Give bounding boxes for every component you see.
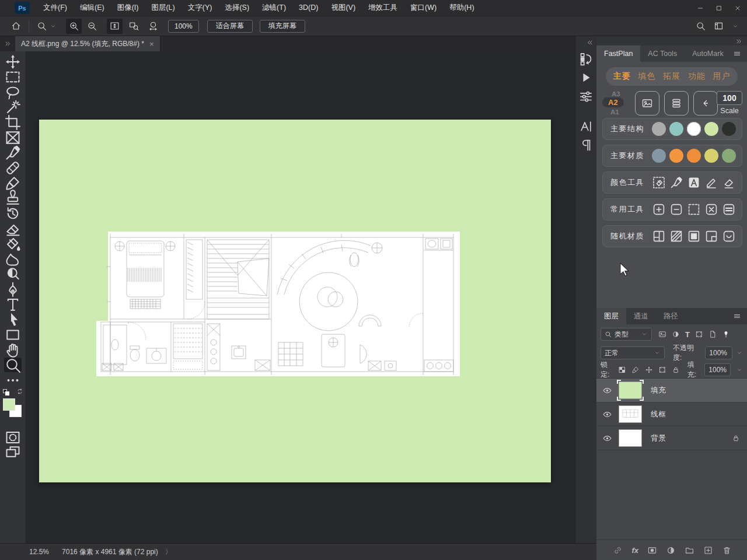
- paragraph-panel-icon[interactable]: [578, 138, 594, 153]
- opacity-chevron-icon[interactable]: [736, 349, 743, 356]
- link-layers-icon[interactable]: [613, 545, 623, 555]
- screen-mode-icon[interactable]: [4, 445, 22, 460]
- color-swatch-1[interactable]: [652, 149, 666, 163]
- color-swatch-5[interactable]: [722, 122, 736, 136]
- scale-value-input[interactable]: 100: [717, 91, 742, 105]
- workspace-chevron-icon[interactable]: [732, 23, 739, 30]
- lock-position-icon[interactable]: [645, 366, 653, 374]
- more-tools[interactable]: [4, 373, 22, 387]
- new-layer-icon[interactable]: [703, 545, 713, 555]
- back-button[interactable]: [693, 91, 718, 116]
- status-chevron[interactable]: 〉: [165, 547, 172, 557]
- color-swatch-2[interactable]: [669, 122, 683, 136]
- delete-layer-icon[interactable]: [722, 545, 732, 555]
- layer-name[interactable]: 背景: [651, 433, 666, 443]
- document-close-icon[interactable]: ×: [149, 40, 154, 48]
- split-box-icon[interactable]: [652, 229, 666, 243]
- fastplan-tab-ac-tools[interactable]: AC Tools: [640, 46, 685, 62]
- zoom-in-toggle[interactable]: [66, 19, 82, 34]
- marquee-tool[interactable]: [4, 69, 22, 84]
- layer-row-背景[interactable]: 背景: [596, 426, 747, 450]
- color-swatch-3[interactable]: [687, 122, 701, 136]
- filter-type-layers-icon[interactable]: T: [685, 330, 690, 339]
- fill-screen-button[interactable]: 填充屏幕: [260, 20, 305, 33]
- paper-size-a2-selected[interactable]: A2: [602, 97, 624, 107]
- color-swatch-1[interactable]: [652, 122, 666, 136]
- frame-tool[interactable]: [4, 130, 22, 145]
- inset-box-icon[interactable]: [687, 229, 701, 243]
- menu-item-8[interactable]: 3D(D): [292, 0, 324, 16]
- history-panel-icon[interactable]: [578, 51, 594, 66]
- fastplan-subtab-1[interactable]: 主要: [613, 71, 631, 82]
- menu-item-11[interactable]: 窗口(W): [404, 0, 443, 16]
- menu-item-9[interactable]: 视图(V): [324, 0, 362, 16]
- fastplan-tab-automark[interactable]: AutoMark: [685, 46, 731, 62]
- opacity-dropdown[interactable]: 100%: [705, 346, 732, 359]
- foreground-color-swatch[interactable]: [3, 398, 15, 411]
- collapse-dock-icon[interactable]: [735, 38, 742, 45]
- swap-colors-icon[interactable]: [16, 388, 23, 395]
- tab-overflow-icon[interactable]: [0, 36, 15, 51]
- corner-box-icon[interactable]: [704, 229, 718, 243]
- path-select-tool[interactable]: [4, 312, 22, 327]
- lock-transparency-icon[interactable]: [618, 366, 626, 374]
- zoom-percent-button[interactable]: 100%: [168, 20, 199, 33]
- layer-name[interactable]: 填充: [651, 386, 666, 396]
- canvas-area[interactable]: [26, 51, 575, 543]
- filter-adjustment-layers-icon[interactable]: [672, 330, 680, 338]
- history-brush-tool[interactable]: [4, 206, 22, 220]
- home-icon[interactable]: [8, 19, 24, 34]
- menu-item-3[interactable]: 图像(I): [111, 0, 145, 16]
- brush-tool[interactable]: [4, 176, 22, 190]
- layer-visibility-icon[interactable]: [596, 433, 617, 443]
- zoom-tool[interactable]: [4, 358, 22, 372]
- x-box-icon[interactable]: [704, 202, 718, 216]
- menu-item-7[interactable]: 滤镜(T): [256, 0, 292, 16]
- layers-menu-icon[interactable]: [733, 312, 741, 320]
- expand-panels-icon[interactable]: [587, 39, 594, 46]
- lasso-tool[interactable]: [4, 85, 22, 99]
- filter-type-dropdown[interactable]: 类型: [601, 328, 652, 341]
- layer-visibility-icon[interactable]: [596, 386, 617, 396]
- color-swatch-5[interactable]: [722, 149, 736, 163]
- document-tab[interactable]: A2 线框.png @ 12.5% (填充, RGB/8#) * ×: [15, 36, 160, 51]
- eyedropper-tool[interactable]: [4, 145, 22, 160]
- add-mask-icon[interactable]: [647, 545, 657, 555]
- layer-name[interactable]: 线框: [651, 410, 666, 419]
- pattern-a-icon[interactable]: [687, 176, 701, 190]
- close-button[interactable]: [728, 0, 747, 16]
- color-swatch-4[interactable]: [704, 149, 718, 163]
- paint-bucket-tool[interactable]: [4, 236, 22, 251]
- arc-box-icon[interactable]: [722, 229, 736, 243]
- layer-row-线框[interactable]: 线框: [596, 402, 747, 426]
- new-group-icon[interactable]: [685, 545, 694, 555]
- eyedropper-icon[interactable]: [669, 176, 683, 190]
- menu-item-10[interactable]: 增效工具: [362, 0, 404, 16]
- color-swatch-2[interactable]: [669, 149, 683, 163]
- menu-item-4[interactable]: 图层(L): [145, 0, 181, 16]
- clone-stamp-tool[interactable]: [4, 191, 22, 205]
- zoom-all-windows-toggle[interactable]: [126, 19, 142, 34]
- lock-artboard-icon[interactable]: [658, 366, 666, 374]
- smudge-tool[interactable]: [4, 251, 22, 266]
- healing-tool[interactable]: [4, 160, 22, 175]
- artboard[interactable]: [39, 120, 551, 482]
- paper-size-a3[interactable]: A3: [612, 90, 620, 97]
- lock-all-icon[interactable]: [672, 366, 680, 374]
- resize-windows-toggle[interactable]: [107, 19, 123, 34]
- crop-tool[interactable]: [4, 115, 22, 130]
- menu-item-12[interactable]: 帮助(H): [443, 0, 480, 16]
- fastplan-subtab-3[interactable]: 拓展: [663, 71, 680, 82]
- filter-shape-layers-icon[interactable]: [695, 330, 703, 338]
- blend-mode-dropdown[interactable]: 正常: [601, 346, 665, 359]
- color-swatch-3[interactable]: [687, 149, 701, 163]
- layer-thumbnail[interactable]: [619, 382, 642, 399]
- fill-dropdown[interactable]: 100%: [704, 363, 731, 376]
- list-button[interactable]: [664, 91, 689, 116]
- workspace-switcher-icon[interactable]: [714, 21, 724, 31]
- fill-dashed-icon[interactable]: [652, 176, 666, 190]
- fastplan-subtab-5[interactable]: 用户: [713, 71, 730, 82]
- minimize-button[interactable]: [691, 0, 710, 16]
- layers-tab-3[interactable]: 路径: [656, 308, 686, 324]
- filter-pin-icon[interactable]: [722, 330, 730, 338]
